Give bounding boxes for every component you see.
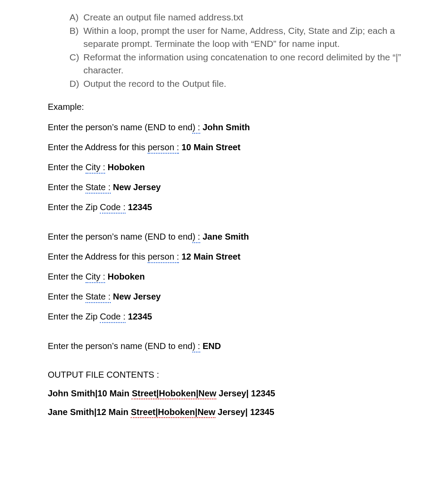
prompt-text: Enter the [48,272,86,281]
instruction-item: B) Within a loop, prompt the user for Na… [69,24,401,50]
example-block: Enter the person’s name (END to end) : J… [48,122,401,214]
user-input: 10 Main Street [182,142,241,152]
output-line: Jane Smith|12 Main Street|Hoboken|New Je… [48,407,401,418]
prompt-text: Enter the Address for this [48,252,148,261]
instruction-text: Within a loop, prompt the user for Name,… [83,24,401,50]
instruction-text: Create an output file named address.txt [83,11,401,23]
instruction-letter: A) [69,11,83,23]
instruction-letter: D) [69,77,83,90]
prompt-text: Enter the Zip [48,312,100,321]
prompt-suffix: ) : [192,231,200,243]
prompt-line: Enter the Address for this person : 12 M… [48,251,401,263]
prompt-text: Enter the person’s name (END to end [48,122,192,132]
prompt-line: Enter the City : Hoboken [48,161,401,174]
prompt-suffix: person : [148,251,179,263]
user-input: Hoboken [108,162,145,172]
prompt-text: Enter the [48,162,86,172]
prompt-suffix: City : [86,161,106,174]
prompt-suffix: Code : [100,201,126,214]
prompt-line: Enter the person’s name (END to end) : J… [48,231,401,243]
output-text-marked: Street|Hoboken|New [131,407,215,418]
instruction-text: Reformat the information using concatena… [83,51,401,76]
prompt-text: Enter the person’s name (END to end [48,232,192,241]
prompt-line: Enter the City : Hoboken [48,271,401,283]
prompt-line: Enter the State : New Jersey [48,291,401,303]
example-block: Enter the person’s name (END to end) : J… [48,231,401,323]
prompt-text: Enter the Zip [48,202,100,212]
output-text: Jersey| 12345 [215,407,274,417]
prompt-line: Enter the Address for this person : 10 M… [48,142,401,154]
output-text-marked: Street|Hoboken|New [132,389,216,399]
prompt-text: Enter the person’s name (END to end [48,341,192,351]
document-page: A) Create an output file named address.t… [0,0,436,443]
output-text: Jersey| 12345 [216,389,275,398]
prompt-text: Enter the [48,182,86,192]
instruction-item: A) Create an output file named address.t… [69,11,401,23]
instruction-item: C) Reformat the information using concat… [69,51,401,76]
user-input: Jane Smith [203,232,249,241]
user-input: 12 Main Street [182,252,241,261]
user-input: New Jersey [113,182,161,192]
prompt-line: Enter the Zip Code : 12345 [48,201,401,214]
user-input: New Jersey [113,292,161,301]
instruction-item: D) Output the record to the Output file. [69,77,401,90]
user-input: 12345 [128,312,152,321]
prompt-line: Enter the State : New Jersey [48,181,401,194]
instruction-text: Output the record to the Output file. [83,77,401,90]
instruction-letter: B) [69,24,83,50]
output-heading: OUTPUT FILE CONTENTS : [48,370,401,380]
prompt-suffix: State : [86,181,111,194]
user-input: Hoboken [108,272,145,281]
prompt-suffix: ) : [192,340,200,352]
prompt-line: Enter the person’s name (END to end) : E… [48,340,401,352]
user-input: John Smith [203,122,250,132]
output-text: Jane Smith|12 Main [48,407,131,417]
prompt-suffix: City : [86,271,106,283]
example-block: Enter the person’s name (END to end) : E… [48,340,401,352]
prompt-suffix: State : [86,291,111,303]
example-heading: Example: [48,102,401,112]
prompt-suffix: Code : [100,311,126,323]
user-input: END [203,341,221,351]
output-line: John Smith|10 Main Street|Hoboken|New Je… [48,389,401,399]
instruction-letter: C) [69,51,83,76]
prompt-line: Enter the person’s name (END to end) : J… [48,122,401,134]
prompt-text: Enter the [48,292,86,301]
instructions-list: A) Create an output file named address.t… [69,11,401,90]
output-text: John Smith|10 Main [48,389,132,398]
prompt-suffix: ) : [192,122,200,134]
prompt-text: Enter the Address for this [48,142,148,152]
user-input: 12345 [128,202,152,212]
prompt-line: Enter the Zip Code : 12345 [48,311,401,323]
prompt-suffix: person : [148,142,179,154]
